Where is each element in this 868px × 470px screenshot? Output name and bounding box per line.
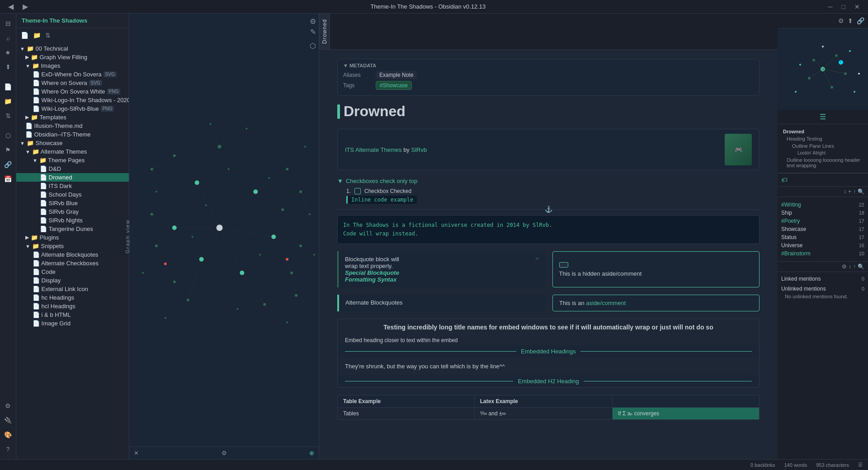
- tree-item-slrvb-blue[interactable]: 📄 SlRvb Blue: [16, 199, 129, 207]
- new-note-icon[interactable]: 📄: [20, 31, 29, 40]
- outline-item-heading-testing[interactable]: Heading Testing: [781, 135, 864, 142]
- tree-item-showcase[interactable]: ▼ 📁 Showcase: [16, 139, 129, 147]
- tree-item-tangerine-dunes[interactable]: 📄 Tangerine Dunes: [16, 225, 129, 233]
- tree-item-display[interactable]: 📄 Display: [16, 276, 129, 285]
- tree-item-obsidian-its[interactable]: 📄 Obsidian--ITS-Theme: [16, 130, 129, 139]
- tree-item-school-days[interactable]: 📄 School Days: [16, 190, 129, 199]
- files-icon[interactable]: ⊟: [2, 17, 14, 30]
- tag-row-writing[interactable]: #Writing 22: [781, 201, 864, 209]
- starred-icon[interactable]: ★: [2, 46, 14, 59]
- tree-item-where-on-sovera-white[interactable]: 📄 Where On Sovera WhitePNG: [16, 87, 129, 96]
- backlinks-up-icon[interactable]: ↑: [853, 263, 856, 270]
- theme-rail-icon[interactable]: 🎨: [2, 428, 14, 441]
- tag-row-brainstorm[interactable]: #Brainstorm 10: [781, 249, 864, 258]
- tree-item-plugins[interactable]: ▶ 📁 Plugins: [16, 233, 129, 242]
- add-tag-icon[interactable]: +: [848, 188, 851, 195]
- rp-settings-icon[interactable]: ⚙: [838, 17, 844, 24]
- tree-item-slrvb-gray[interactable]: 📄 SlRvb Gray: [16, 207, 129, 216]
- graph-options-icon[interactable]: ⚙: [222, 450, 227, 456]
- link-rail-icon[interactable]: 🔗: [2, 158, 14, 171]
- alt-bq-aside-link[interactable]: aside/comment: [586, 300, 626, 306]
- tree-item-templates[interactable]: ▶ 📁 Templates: [16, 113, 129, 122]
- unlinked-mentions-header[interactable]: Unlinked mentions 0: [781, 286, 864, 292]
- tag-search-icon[interactable]: 🔍: [858, 188, 864, 195]
- outline-item-outline-pane-lines[interactable]: Outline Pane Lines: [781, 142, 864, 150]
- tree-item-images[interactable]: ▼ 📁 Images: [16, 61, 129, 70]
- backlinks-settings-icon[interactable]: ⚙: [842, 263, 847, 270]
- tree-item-drowned[interactable]: 📄 Drowned: [16, 173, 129, 182]
- tree-item-slrvb-nights[interactable]: 📄 SlRvb Nights: [16, 216, 129, 225]
- graph-color-icon[interactable]: ⬡: [310, 42, 316, 50]
- graph-filter-icon[interactable]: ✎: [310, 28, 316, 36]
- tree-item-dnd[interactable]: 📄 D&D: [16, 164, 129, 173]
- graph-close-icon[interactable]: ✕: [134, 450, 139, 456]
- maximize-button[interactable]: □: [839, 2, 848, 11]
- tree-item-illusion[interactable]: 📄 Illusion-Theme.md: [16, 122, 129, 130]
- outline-item-drowned[interactable]: Drowned: [781, 128, 864, 135]
- rp-upload-icon[interactable]: ⬆: [848, 17, 853, 24]
- tree-item-alt-checkboxes[interactable]: 📄 Alternate Checkboxes: [16, 259, 129, 268]
- tag-row-poetry[interactable]: #Poetry 17: [781, 217, 864, 225]
- tags-icon[interactable]: 🏷: [781, 176, 788, 183]
- tree-item-alternate-themes[interactable]: ▼ 📁 Alternate Themes: [16, 147, 129, 156]
- graph-mini[interactable]: [778, 28, 868, 110]
- tree-item-image-grid[interactable]: 📄 Image Grid: [16, 319, 129, 328]
- tag-row-showcase[interactable]: Showcase 17: [781, 225, 864, 233]
- minimize-button[interactable]: ─: [826, 2, 835, 11]
- its-alternate-themes-link[interactable]: ITS Alternate Themes: [345, 146, 402, 153]
- tree-item-snippets[interactable]: ▼ 📁 Snippets: [16, 242, 129, 250]
- tag-row-status[interactable]: Status 17: [781, 233, 864, 241]
- tree-item-its-dark[interactable]: 📄 ITS Dark: [16, 182, 129, 190]
- tag-row-universe[interactable]: Universe 16: [781, 241, 864, 249]
- calendar-rail-icon[interactable]: 📅: [2, 173, 14, 185]
- checkbox-box[interactable]: [354, 188, 361, 194]
- tree-item-theme-pages[interactable]: ▼ 📁 Theme Pages: [16, 156, 129, 164]
- graph-rail-icon[interactable]: ⬡: [2, 129, 14, 142]
- linked-mentions-header[interactable]: Linked mentions 0: [781, 276, 864, 282]
- new-folder-icon[interactable]: 📁: [32, 31, 42, 40]
- rp-link-icon[interactable]: 🔗: [857, 17, 864, 24]
- plugin-rail-icon[interactable]: 🔌: [2, 414, 14, 427]
- tree-item-where-on-sovera[interactable]: 📄 Where on SoveraSVG: [16, 79, 129, 87]
- checkbox-header[interactable]: ▼ Checkboxes check only top: [337, 178, 760, 184]
- settings-rail-icon[interactable]: ⚙: [2, 400, 14, 412]
- backlinks-search-icon[interactable]: 🔍: [858, 263, 864, 270]
- tree-item-i-b-html[interactable]: 📄 i & b HTML: [16, 310, 129, 319]
- nav-forward-button[interactable]: ▶: [20, 1, 31, 12]
- outline-item-long-header[interactable]: Outline loooong looooong header text wra…: [781, 156, 864, 169]
- status-menu-icon[interactable]: ☰: [858, 462, 863, 468]
- outline-item-lookin-alright[interactable]: Lookin' Alright: [781, 150, 864, 156]
- help-rail-icon[interactable]: ?: [2, 443, 14, 456]
- tree-item-exd[interactable]: 📄 ExD-Where On SoveraSVG: [16, 70, 129, 79]
- tree-item-graph-view-filling[interactable]: ▶ 📁 Graph View Filling: [16, 53, 129, 61]
- outline-icon[interactable]: ☰: [820, 113, 826, 121]
- folder-icon[interactable]: 📁: [2, 95, 14, 108]
- tree-item-hc-headings[interactable]: 📄 hc Headings: [16, 293, 129, 302]
- backlinks-sort-icon[interactable]: ↕: [849, 263, 851, 270]
- tag-rail-icon[interactable]: ⚑: [2, 144, 14, 156]
- nav-back-button[interactable]: ◀: [5, 1, 16, 12]
- its-author-link[interactable]: SlRvb: [411, 146, 427, 153]
- note-icon[interactable]: 📄: [2, 80, 14, 93]
- graph-add-icon[interactable]: ⊕: [309, 450, 314, 456]
- publish-icon[interactable]: ⬆: [2, 61, 14, 73]
- tree-item-wiki-logo-2020[interactable]: 📄 Wiki-Logo-In The Shadows - 2020PNG: [16, 96, 129, 104]
- tree-item-hcl-headings[interactable]: 📄 hcl Headings: [16, 302, 129, 310]
- editor-content[interactable]: ▼ METADATA Aliases Example Note Tags #Sh…: [319, 50, 778, 459]
- showcase-tag[interactable]: #Showcase: [376, 81, 412, 90]
- tree-item-00-technical[interactable]: ▼ 📁 00 Technical: [16, 44, 129, 53]
- close-button[interactable]: ✕: [852, 2, 863, 11]
- search-icon[interactable]: ⌕: [2, 32, 14, 44]
- graph-canvas[interactable]: [129, 14, 319, 446]
- tree-item-code[interactable]: 📄 Code: [16, 268, 129, 276]
- aliases-value[interactable]: Example Note: [376, 71, 417, 79]
- graph-settings-icon[interactable]: ⚙: [310, 17, 316, 26]
- sort-asc-icon[interactable]: ↕: [844, 188, 846, 195]
- tag-upload-icon[interactable]: ↑: [853, 188, 856, 195]
- sort-tree-icon[interactable]: ⇅: [44, 31, 52, 40]
- tree-item-external-link-icon[interactable]: 📄 External Link Icon: [16, 285, 129, 293]
- tag-row-ship[interactable]: Ship 18: [781, 209, 864, 217]
- tree-item-alt-blockquotes[interactable]: 📄 Alternate Blockquotes: [16, 250, 129, 259]
- sort-icon[interactable]: ⇅: [2, 109, 14, 122]
- tree-item-wiki-logo-slrvb[interactable]: 📄 Wiki-Logo-SlRvb-BluePNG: [16, 104, 129, 113]
